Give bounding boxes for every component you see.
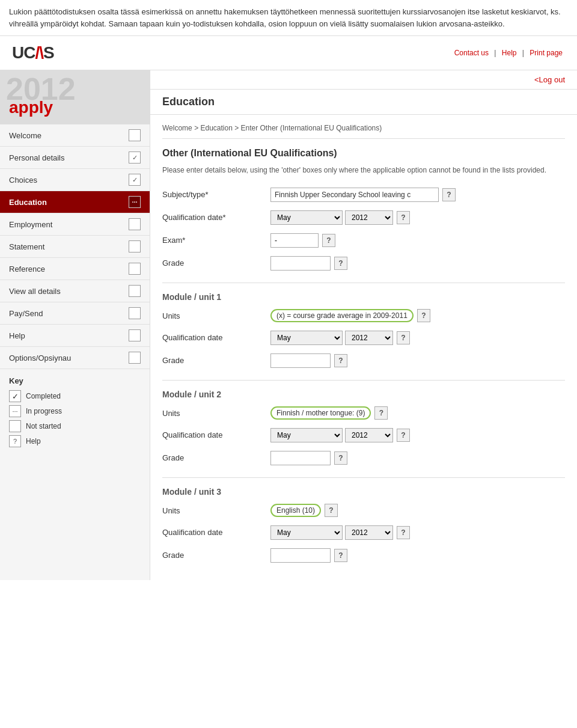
sidebar-item-view-all-details[interactable]: View all details xyxy=(0,280,150,302)
sidebar-item-help[interactable]: Help xyxy=(0,325,150,347)
subject-type-row: Subject/type* Finnish Upper Secondary Sc… xyxy=(162,188,565,202)
module-3-year-select[interactable]: 2012201020112013 xyxy=(345,525,393,540)
sidebar-item-choices[interactable]: Choices ✓ xyxy=(0,169,150,191)
module-3-grade-field: ? xyxy=(270,548,565,563)
module-1-qual-date-help-button[interactable]: ? xyxy=(397,331,410,344)
key-item-in-progress: ··· In progress xyxy=(9,405,141,417)
subject-help-button[interactable]: ? xyxy=(442,188,456,201)
sidebar-item-education[interactable]: Education ··· xyxy=(0,191,150,213)
module-3-qual-date-row: Qualification date MayJanFebMarApr 20122… xyxy=(162,525,565,540)
sidebar-item-statement[interactable]: Statement xyxy=(0,236,150,258)
module-2-units-label: Units xyxy=(162,406,270,418)
qual-date-label: Qualification date* xyxy=(162,210,270,222)
grade-label: Grade xyxy=(162,256,270,268)
content-area: Welcome > Education > Enter Other (Inter… xyxy=(150,115,577,580)
apply-banner: 2012 apply xyxy=(0,70,150,124)
module-1-units-field: (x) = course grade average in 2009-2011 … xyxy=(270,309,565,322)
completed-icon: ✓ xyxy=(9,390,21,402)
module-2-month-select[interactable]: MayJanFebMarApr xyxy=(270,428,343,442)
print-page-link[interactable]: Print page xyxy=(530,49,563,57)
module-3-units-field: English (10) ? xyxy=(270,504,565,517)
help-link[interactable]: Help xyxy=(502,49,517,57)
module-2-title: Module / unit 2 xyxy=(162,390,565,399)
module-3-qual-date-help-button[interactable]: ? xyxy=(397,526,410,539)
module-2-units-help-button[interactable]: ? xyxy=(374,406,388,420)
subject-label: Subject/type* xyxy=(162,188,270,199)
module-3-units-row: Units English (10) ? xyxy=(162,504,565,517)
module-3-grade-row: Grade ? xyxy=(162,548,565,563)
module-1-qual-date-field: MayJanFebMarApr 2012201020112013 ? xyxy=(270,331,565,345)
module-1-title: Module / unit 1 xyxy=(162,292,565,302)
module-1-units-highlight: (x) = course grade average in 2009-2011 xyxy=(270,309,414,322)
module-2-section: Module / unit 2 Units Finnish / mother t… xyxy=(162,380,565,465)
module-2-grade-field: ? xyxy=(270,451,565,465)
module-3-month-select[interactable]: MayJanFebMarApr xyxy=(270,525,343,540)
exam-row: Exam* ? xyxy=(162,233,565,248)
qual-date-help-button[interactable]: ? xyxy=(397,211,410,224)
exam-input[interactable] xyxy=(270,233,319,248)
key-item-help: ? Help xyxy=(9,435,141,447)
module-1-qual-date-label: Qualification date xyxy=(162,331,270,342)
sidebar-item-personal-details[interactable]: Personal details ✓ xyxy=(0,147,150,169)
module-3-units-label: Units xyxy=(162,504,270,515)
logout-bar: <Log out xyxy=(150,70,577,90)
module-3-grade-input[interactable] xyxy=(270,548,331,563)
module-2-grade-label: Grade xyxy=(162,451,270,462)
module-2-grade-input[interactable] xyxy=(270,451,331,465)
module-1-grade-help-button[interactable]: ? xyxy=(334,354,347,367)
module-1-year-select[interactable]: 2012201020112013 xyxy=(345,331,393,345)
module-3-qual-date-label: Qualification date xyxy=(162,525,270,537)
contact-us-link[interactable]: Contact us xyxy=(454,49,489,57)
subject-value-display: Finnish Upper Secondary School leaving c xyxy=(270,188,439,202)
module-2-year-select[interactable]: 2012201020112013 xyxy=(345,428,393,442)
key-item-not-started: Not started xyxy=(9,420,141,432)
module-1-grade-input[interactable] xyxy=(270,353,331,368)
module-1-section: Module / unit 1 Units (x) = course grade… xyxy=(162,283,565,368)
key-section: Key ✓ Completed ··· In progress Not star… xyxy=(0,369,150,457)
ucas-logo: UC/\S xyxy=(12,43,54,63)
key-item-completed: ✓ Completed xyxy=(9,390,141,402)
sidebar-item-welcome[interactable]: Welcome xyxy=(0,124,150,147)
exam-help-button[interactable]: ? xyxy=(322,234,335,247)
module-3-units-help-button[interactable]: ? xyxy=(325,504,338,517)
module-3-title: Module / unit 3 xyxy=(162,487,565,497)
help-key-icon: ? xyxy=(9,435,21,447)
main-container: 2012 apply Welcome Personal details ✓ Ch… xyxy=(0,70,577,580)
grade-help-button[interactable]: ? xyxy=(334,257,347,270)
qual-date-month-select[interactable]: May JanFebMarApr JunJulAugSep OctNovDec xyxy=(270,210,343,225)
apply-text: apply xyxy=(9,98,53,117)
qual-date-year-select[interactable]: 2012201020112013 xyxy=(345,210,393,225)
module-1-qual-date-row: Qualification date MayJanFebMarApr 20122… xyxy=(162,331,565,345)
exam-field: ? xyxy=(270,233,565,248)
header-links: Contact us | Help | Print page xyxy=(452,49,565,57)
grade-field: ? xyxy=(270,256,565,271)
module-2-qual-date-field: MayJanFebMarApr 2012201020112013 ? xyxy=(270,428,565,442)
module-1-units-label: Units xyxy=(162,309,270,320)
sidebar-item-pay-send[interactable]: Pay/Send xyxy=(0,302,150,325)
sidebar-item-reference[interactable]: Reference xyxy=(0,258,150,280)
sidebar-item-employment[interactable]: Employment xyxy=(0,213,150,236)
in-progress-icon: ··· xyxy=(9,405,21,417)
module-3-units-highlight: English (10) xyxy=(270,504,321,517)
module-2-units-field: Finnish / mother tongue: (9) ? xyxy=(270,406,565,420)
module-1-units-row: Units (x) = course grade average in 2009… xyxy=(162,309,565,322)
module-2-grade-help-button[interactable]: ? xyxy=(334,451,347,465)
page-title-bar: Education xyxy=(150,90,577,115)
module-2-qual-date-help-button[interactable]: ? xyxy=(397,429,410,442)
sidebar-item-options[interactable]: Options/Opsiynau xyxy=(0,347,150,369)
ucas-header: UC/\S Contact us | Help | Print page xyxy=(0,36,577,70)
module-3-qual-date-field: MayJanFebMarApr 2012201020112013 ? xyxy=(270,525,565,540)
module-3-section: Module / unit 3 Units English (10) ? Qua… xyxy=(162,477,565,563)
module-3-grade-label: Grade xyxy=(162,548,270,560)
subject-field: Finnish Upper Secondary School leaving c… xyxy=(270,188,565,202)
main-content: <Log out Education Welcome > Education >… xyxy=(150,70,577,580)
grade-input[interactable] xyxy=(270,256,331,271)
module-2-units-highlight: Finnish / mother tongue: (9) xyxy=(270,406,371,420)
logout-link[interactable]: <Log out xyxy=(534,75,565,84)
module-2-qual-date-row: Qualification date MayJanFebMarApr 20122… xyxy=(162,428,565,442)
module-1-units-help-button[interactable]: ? xyxy=(417,309,430,322)
module-1-grade-label: Grade xyxy=(162,353,270,365)
module-3-grade-help-button[interactable]: ? xyxy=(334,549,347,562)
module-2-units-row: Units Finnish / mother tongue: (9) ? xyxy=(162,406,565,420)
module-1-month-select[interactable]: MayJanFebMarApr xyxy=(270,331,343,345)
